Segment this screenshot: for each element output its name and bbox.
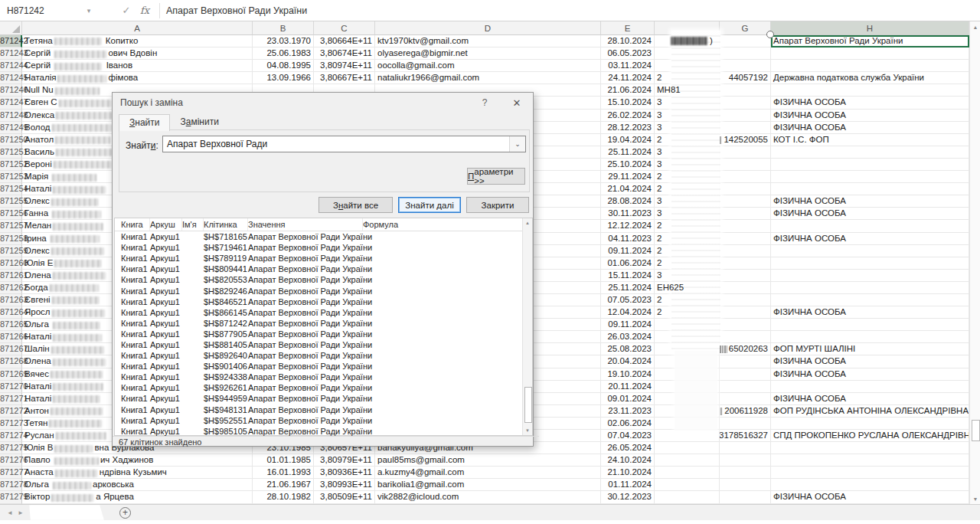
formula-input[interactable]: Апарат Верховної Ради України (166, 5, 307, 16)
row-header[interactable]: 871274 (0, 430, 22, 442)
cell-A[interactable]: Ольга арковська (22, 479, 253, 491)
cell-G[interactable] (720, 331, 771, 343)
cell-G[interactable] (720, 393, 771, 405)
row-header[interactable]: 871260 (0, 257, 22, 270)
cell-G[interactable] (720, 306, 771, 319)
cell-F[interactable] (655, 491, 720, 503)
row-header[interactable]: 871242 (0, 35, 22, 47)
cell-H[interactable] (771, 282, 969, 294)
find-next-button[interactable]: Знайти далі (398, 197, 461, 213)
cell-G[interactable] (720, 442, 771, 454)
selection-handle[interactable] (766, 31, 774, 38)
cell-F[interactable] (655, 467, 720, 479)
row-header[interactable]: 871278 (0, 479, 22, 491)
result-row[interactable]: Книга1Аркуш1$H$924338Апарат Верховної Ра… (115, 372, 532, 382)
cell-E[interactable]: 12.04.2024 (601, 306, 655, 319)
cell-G[interactable] (720, 35, 771, 47)
select-all-corner[interactable] (0, 21, 22, 35)
close-icon[interactable]: ✕ (501, 93, 533, 113)
result-row[interactable]: Книга1Аркуш1$H$985105Апарат Верховної Ра… (115, 426, 532, 437)
cell-E[interactable]: 21.10.2024 (601, 467, 655, 479)
scroll-down-icon[interactable]: ▼ (970, 493, 980, 504)
row-header[interactable]: 871272 (0, 405, 22, 418)
row-header[interactable]: 871265 (0, 319, 22, 331)
cell-H[interactable] (771, 84, 969, 97)
cell-E[interactable]: 01.11.2024 (601, 479, 655, 491)
cell-G[interactable] (720, 491, 771, 503)
cell-C[interactable]: 3,80509E+11 (314, 491, 375, 503)
row-header[interactable]: 871269 (0, 368, 22, 381)
result-row[interactable]: Книга1Аркуш1$H$948131Апарат Верховної Ра… (115, 404, 532, 415)
results-scrollbar[interactable]: ▲ ▼ (522, 218, 532, 435)
cell-H[interactable] (771, 479, 969, 491)
cell-D[interactable]: olyaserega@bigmir.net (375, 47, 601, 60)
sheet-tab-censored[interactable] (29, 505, 104, 520)
row-header[interactable]: 871268 (0, 355, 22, 368)
cell-B[interactable]: 21.06.1967 (253, 479, 314, 491)
row-header[interactable]: 871248 (0, 110, 22, 122)
cell-B[interactable]: 23.03.1970 (253, 35, 314, 47)
row-header[interactable]: 871251 (0, 146, 22, 159)
cell-H[interactable] (771, 319, 969, 331)
cell-A[interactable]: Анастандрівна Кузьмич (22, 467, 253, 479)
cell-C[interactable]: 3,80674E+11 (314, 47, 375, 60)
cell-G[interactable] (720, 355, 771, 368)
cell-G[interactable] (720, 294, 771, 306)
cell-F[interactable] (655, 430, 720, 442)
cell-F[interactable] (655, 454, 720, 467)
tab-replace[interactable]: Замінити (170, 114, 228, 130)
cell-C[interactable]: 3,80936E+11 (314, 467, 375, 479)
row-header[interactable]: 871253 (0, 171, 22, 183)
cell-H[interactable]: ФІЗИЧНА ОСОБА (771, 355, 969, 368)
cell-G[interactable] (720, 171, 771, 183)
row-header[interactable]: 871262 (0, 282, 22, 294)
cell-C[interactable]: 3,80993E+11 (314, 479, 375, 491)
cell-E[interactable]: 09.01.2024 (601, 393, 655, 405)
result-row[interactable]: Книга1Аркуш1$H$809441Апарат Верховної Ра… (115, 264, 532, 274)
cell-H[interactable]: ФІЗИЧНА ОСОБА (771, 208, 969, 220)
cell-G[interactable] (720, 97, 771, 109)
row-header[interactable]: 871252 (0, 159, 22, 171)
cell-E[interactable]: 15.10.2024 (601, 97, 655, 109)
result-row[interactable]: Книга1Аркуш1$H$881405Апарат Верховної Ра… (115, 339, 532, 350)
row-header[interactable]: 871264 (0, 306, 22, 319)
column-header-C[interactable]: C (314, 21, 375, 35)
result-row[interactable]: Книга1Аркуш1$H$719461Апарат Верховної Ра… (115, 242, 532, 253)
find-input[interactable]: Апарат Верховної Ради ⌄ (162, 136, 526, 152)
cell-E[interactable]: 19.10.2024 (601, 368, 655, 381)
row-header[interactable]: 871271 (0, 393, 22, 405)
result-row[interactable]: Книга1Аркуш1$H$944959Апарат Верховної Ра… (115, 393, 532, 404)
cell-E[interactable]: 15.11.2024 (601, 270, 655, 282)
scroll-up-icon[interactable]: ▲ (523, 218, 532, 228)
cell-E[interactable]: 25.11.2024 (601, 282, 655, 294)
cell-E[interactable]: 09.11.2024 (601, 319, 655, 331)
cell-E[interactable]: 23.11.2023 (601, 405, 655, 418)
scrollbar-thumb[interactable] (524, 387, 532, 423)
cell-H[interactable] (771, 418, 969, 430)
cell-H[interactable] (771, 171, 969, 183)
cell-H[interactable] (771, 146, 969, 159)
cell-D[interactable]: oocolla@gmail.com (375, 60, 601, 72)
result-row[interactable]: Книга1Аркуш1$H$892640Апарат Верховної Ра… (115, 350, 532, 361)
cell-E[interactable]: 25.11.2024 (601, 146, 655, 159)
cell-H[interactable]: ФІЗИЧНА ОСОБА (771, 306, 969, 319)
vertical-scrollbar[interactable]: ▲ ▼ (969, 21, 980, 504)
result-row[interactable]: Книга1Аркуш1$H$866145Апарат Верховної Ра… (115, 307, 532, 318)
cell-F[interactable] (655, 479, 720, 491)
cell-D[interactable]: barikolia1@gmail.com (375, 479, 601, 491)
row-header[interactable]: 871279 (0, 491, 22, 503)
cell-B[interactable]: 13.09.1966 (253, 72, 314, 84)
cell-H[interactable]: ФІЗИЧНА ОСОБА (771, 97, 969, 109)
next-sheet-icon[interactable]: ► (15, 509, 26, 516)
cell-D[interactable]: ktv1970ktv@gmail.com (375, 35, 601, 47)
find-input-value[interactable]: Апарат Верховної Ради (163, 139, 509, 149)
result-row[interactable]: Книга1Аркуш1$H$926261Апарат Верховної Ра… (115, 382, 532, 393)
row-header[interactable]: 871276 (0, 454, 22, 467)
cell-G[interactable] (720, 381, 771, 393)
column-header-B[interactable]: B (253, 21, 314, 35)
cell-B[interactable]: 04.08.1995 (253, 60, 314, 72)
cell-E[interactable]: 21.06.2024 (601, 84, 655, 97)
cell-H[interactable]: Апарат Верховної Ради України (771, 35, 969, 47)
cell-G[interactable] (720, 270, 771, 282)
cell-H[interactable] (771, 381, 969, 393)
